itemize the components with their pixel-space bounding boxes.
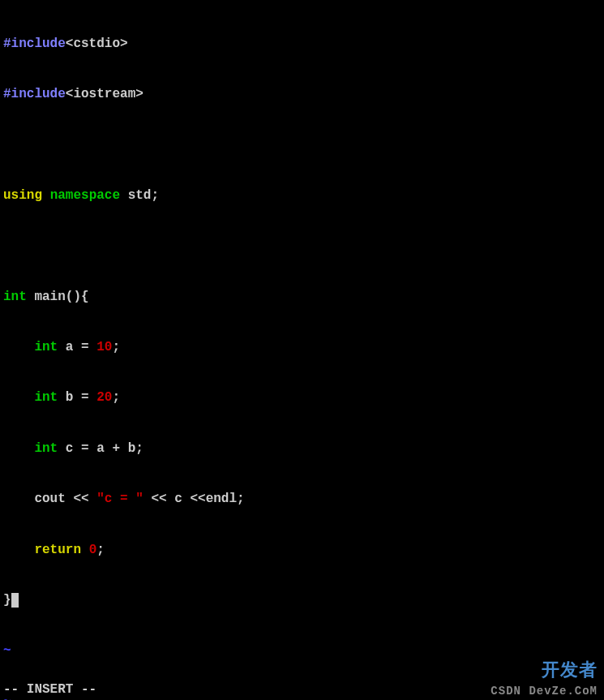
preproc-token: #include	[3, 37, 66, 51]
vim-editor[interactable]: #include<cstdio> #include<iostream> usin…	[0, 0, 604, 700]
code-line: int a = 10;	[3, 339, 601, 356]
code-line-empty	[3, 238, 601, 255]
string-token: "c = "	[96, 492, 144, 506]
type-token: int	[3, 290, 27, 304]
keyword-token: return	[34, 543, 81, 557]
type-token: namespace	[50, 188, 120, 203]
type-token: int	[34, 441, 58, 456]
code-line: using namespace std;	[3, 187, 601, 204]
code-line: int main(){	[3, 289, 601, 306]
code-line: int c = a + b;	[3, 440, 601, 457]
code-line: return 0;	[3, 542, 601, 559]
type-token: int	[34, 390, 58, 405]
watermark-sub-text: CSDN DevZe.CoM	[490, 684, 598, 698]
watermark-main-text: 开发者	[490, 660, 598, 684]
code-line: #include<iostream>	[3, 86, 601, 103]
preproc-token: #include	[3, 87, 66, 101]
type-token: int	[34, 340, 58, 354]
keyword-token: using	[3, 188, 42, 203]
number-token: 0	[89, 543, 97, 557]
code-line-empty	[3, 136, 601, 153]
code-line: int b = 20;	[3, 389, 601, 406]
vim-status-mode: -- INSERT --	[3, 681, 96, 698]
number-token: 10	[96, 340, 112, 354]
code-line: cout << "c = " << c <<endl;	[3, 491, 601, 508]
code-line: #include<cstdio>	[3, 36, 601, 53]
number-token: 20	[96, 390, 112, 405]
code-line: }	[3, 592, 601, 609]
watermark: 开发者 CSDN DevZe.CoM	[490, 660, 598, 698]
cursor-icon	[11, 593, 19, 608]
empty-line-tilde: ~	[3, 642, 601, 659]
